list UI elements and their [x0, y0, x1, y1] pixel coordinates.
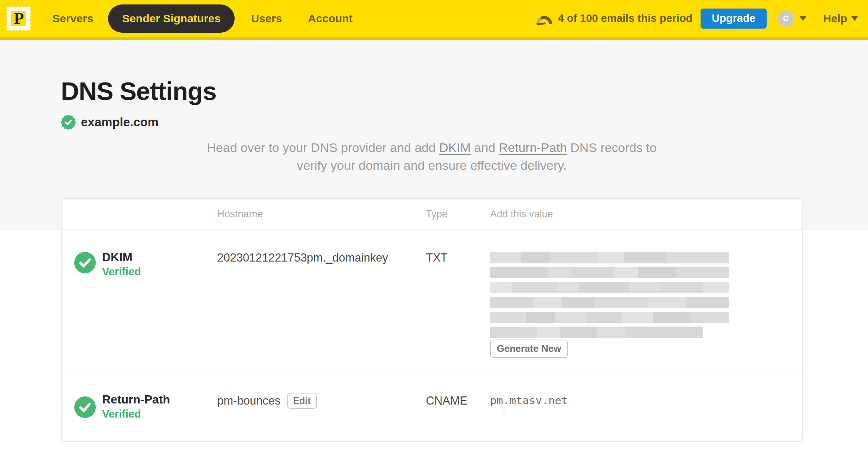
logo-letter: P	[14, 9, 24, 27]
hostname-value: pm-bounces	[217, 394, 281, 408]
description-text: Head over to your DNS provider and add	[207, 140, 439, 155]
top-nav: P Servers Sender Signatures Users Accoun…	[0, 0, 868, 40]
page-title: DNS Settings	[61, 40, 868, 105]
hostname-value: 20230121221753pm._domainkey	[217, 251, 388, 265]
description-text-line2: verify your domain and ensure effective …	[297, 158, 567, 172]
column-header-hostname: Hostname	[217, 208, 263, 220]
avatar[interactable]: C	[778, 10, 794, 27]
nav-item-sender-signatures[interactable]: Sender Signatures	[108, 4, 235, 33]
description-text: and	[471, 140, 499, 155]
status-badge: Verified	[102, 408, 170, 420]
column-header-add-this-value: Add this value	[490, 208, 553, 220]
edit-button[interactable]: Edit	[287, 393, 317, 409]
dns-value: pm.mtasv.net	[490, 394, 568, 407]
page-description: Head over to your DNS provider and add D…	[61, 139, 803, 174]
verified-seal-icon	[61, 115, 76, 130]
dkim-link[interactable]: DKIM	[439, 140, 471, 155]
redacted-bar	[490, 252, 729, 263]
redacted-bar	[490, 282, 729, 293]
domain-name: example.com	[81, 115, 159, 129]
verified-check-icon	[74, 252, 96, 273]
nav-item-users[interactable]: Users	[251, 12, 282, 25]
account-menu-caret-icon[interactable]	[799, 16, 807, 21]
redacted-dns-value	[490, 252, 729, 341]
column-header-type: Type	[426, 208, 448, 220]
record-type: CNAME	[426, 394, 467, 408]
domain-row: example.com	[61, 115, 868, 130]
usage-gauge-icon	[536, 12, 553, 25]
nav-item-servers[interactable]: Servers	[52, 12, 93, 25]
return-path-link[interactable]: Return-Path	[499, 140, 567, 155]
record-label: Return-Path Verified	[102, 393, 170, 420]
record-type: TXT	[426, 251, 448, 265]
table-row-dkim: DKIM Verified 20230121221753pm._domainke…	[62, 230, 802, 373]
verified-check-icon	[74, 396, 96, 418]
redacted-bar	[490, 312, 729, 323]
status-badge: Verified	[102, 266, 141, 278]
record-name: Return-Path	[102, 393, 170, 406]
redacted-bar	[490, 297, 729, 308]
table-row-return-path: Return-Path Verified pm-bounces Edit CNA…	[62, 373, 802, 441]
nav-right-group: 4 of 100 emails this period Upgrade C He…	[536, 9, 858, 29]
description-text: DNS records to	[567, 140, 657, 155]
redacted-bar	[490, 327, 703, 338]
table-header: Hostname Type Add this value	[62, 199, 802, 230]
record-label: DKIM Verified	[102, 250, 141, 278]
help-label: Help	[823, 12, 847, 25]
record-name: DKIM	[102, 250, 141, 264]
nav-item-account[interactable]: Account	[308, 12, 353, 25]
hostname-cell: pm-bounces Edit	[217, 393, 317, 409]
help-menu[interactable]: Help	[823, 12, 858, 25]
redacted-bar	[490, 267, 729, 278]
dns-records-card: Hostname Type Add this value DKIM Verifi…	[61, 198, 803, 442]
dns-settings-page: DNS Settings example.com Head over to yo…	[0, 40, 868, 442]
help-caret-icon	[851, 16, 858, 21]
usage-counter: 4 of 100 emails this period	[558, 12, 693, 25]
upgrade-button[interactable]: Upgrade	[701, 9, 767, 29]
postmark-logo[interactable]: P	[6, 6, 32, 32]
generate-new-button[interactable]: Generate New	[490, 340, 568, 358]
